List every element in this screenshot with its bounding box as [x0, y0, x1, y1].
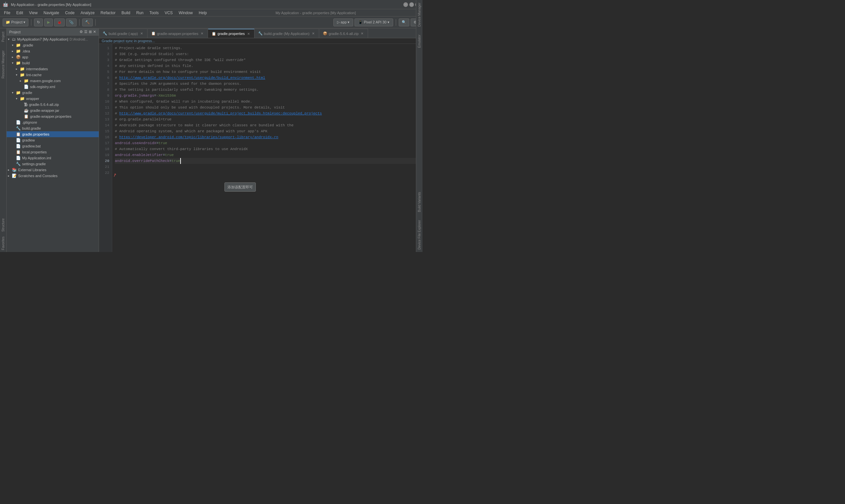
- menu-window[interactable]: Window: [176, 10, 195, 16]
- center-title: My Application - gradle.properties [My A…: [276, 11, 356, 15]
- tree-item-gradle-dir[interactable]: ▾ 📁 .gradle: [6, 42, 99, 48]
- tab-close-2[interactable]: ✕: [200, 31, 204, 36]
- toolbar-sep-4: [396, 19, 396, 26]
- maximize-button[interactable]: □: [409, 2, 414, 7]
- tree-gradle-jar-label: gradle-wrapper.jar: [30, 109, 59, 112]
- tree-item-gradlew-bat[interactable]: 📄 gradlew.bat: [6, 143, 99, 149]
- tree-idea-label: .idea: [22, 49, 30, 53]
- tab-close-3[interactable]: ✕: [246, 32, 251, 36]
- tab-label-3: gradle.properties: [217, 32, 245, 36]
- project-dropdown-btn[interactable]: 📁 Project ▾: [3, 18, 29, 26]
- minimize-button[interactable]: —: [403, 2, 408, 7]
- menu-navigate[interactable]: Navigate: [41, 10, 62, 16]
- line-num-8: 8: [99, 87, 109, 93]
- tree-item-root[interactable]: ▾ 🗂 MyApplication7 [My Application] D:\A…: [6, 36, 99, 42]
- tab-gradle-zip[interactable]: 📦 gradle-5.6.4-all.zip ✕: [319, 29, 368, 38]
- tree-intermediates-label: intermediates: [26, 67, 48, 71]
- run-config-label: app ▾: [341, 20, 350, 24]
- emulator-panel-label[interactable]: Emulator: [417, 33, 422, 49]
- menu-build[interactable]: Build: [119, 10, 133, 16]
- run-config-btn[interactable]: ▷ app ▾: [333, 18, 353, 26]
- structure-label[interactable]: Structure: [1, 216, 6, 234]
- menu-bar: File Edit View Navigate Code Analyze Ref…: [0, 9, 423, 17]
- tree-item-external-libs[interactable]: ▸ 📚 External Libraries: [6, 167, 99, 173]
- tree-build-gradle-label: build.gradle: [22, 126, 41, 130]
- code-line-16: # https://developer.android.com/topic/li…: [115, 134, 420, 140]
- code-line-9: org.gradle.jvmargs=-Xmx1536m: [115, 93, 420, 98]
- code-line-18: # Automatically convert third-party libr…: [115, 146, 420, 152]
- favorites-label[interactable]: Favorites: [1, 235, 6, 252]
- tab-gradle-wrapper-props[interactable]: 📋 gradle-wrapper.properties ✕: [147, 29, 208, 38]
- tab-gradle-props[interactable]: 📋 gradle.properties ✕: [208, 29, 254, 38]
- tree-item-iml[interactable]: 📄 My Application.iml: [6, 155, 99, 161]
- sync-btn[interactable]: ↻: [34, 18, 43, 26]
- tree-item-build-gradle[interactable]: 🔧 build.gradle: [6, 125, 99, 131]
- tree-gradle-props-label: gradle.properties: [22, 132, 50, 136]
- device-file-explorer-label[interactable]: Device File Explorer: [417, 219, 422, 251]
- tree-item-app[interactable]: ▸ 📦 app: [6, 54, 99, 60]
- title-bar-left: 🤖 My Application - gradle.properties [My…: [3, 2, 91, 7]
- tree-gradlew-label: gradlew: [22, 138, 35, 142]
- menu-file[interactable]: File: [1, 10, 13, 16]
- line-num-19: 19: [99, 152, 109, 158]
- tree-item-gradle-wrapper-props[interactable]: 📋 gradle-wrapper.properties: [6, 113, 99, 120]
- menu-vcs[interactable]: VCS: [162, 10, 176, 16]
- resource-manager-label[interactable]: Resource Manager: [1, 49, 6, 80]
- tab-build-gradle-myapp[interactable]: 🔧 build.gradle (My Application) ✕: [254, 29, 319, 38]
- code-content[interactable]: # Project-wide Gradle settings. # IDE (e…: [112, 44, 423, 252]
- tree-item-gradlew[interactable]: 📄 gradlew: [6, 137, 99, 143]
- close-panel-icon[interactable]: ✕: [93, 30, 96, 34]
- tree-item-maven[interactable]: ▸ 📁 maven.google.com: [6, 78, 99, 84]
- attach-btn[interactable]: 📎: [66, 18, 76, 26]
- build-btn[interactable]: 🔨: [82, 18, 93, 26]
- code-line-17: android.useAndroidX=true: [115, 140, 420, 146]
- menu-run[interactable]: Run: [134, 10, 146, 16]
- gear-icon[interactable]: ⚙: [80, 30, 83, 34]
- tree-item-wrapper[interactable]: ▾ 📁 wrapper: [6, 96, 99, 102]
- device-manager-panel-label[interactable]: Device Manager: [417, 1, 422, 28]
- tree-item-gradle-folder[interactable]: ▾ 📁 gradle: [6, 90, 99, 96]
- line-num-6: 6: [99, 75, 109, 81]
- left-icon-panel: Project Resource Manager Structure Favor…: [0, 29, 6, 252]
- menu-edit[interactable]: Edit: [14, 10, 26, 16]
- tree-item-gradle-zip[interactable]: 🗜 gradle-5.6.4-all.zip: [6, 102, 99, 108]
- collapse-icon[interactable]: ⊞: [89, 30, 92, 34]
- code-editor[interactable]: ✓ 1 2 3 4 5 6 7 8 9 10 11 12 13 14 15 16…: [99, 44, 423, 252]
- run-btn[interactable]: ▶: [44, 18, 53, 26]
- tree-item-lint-cache[interactable]: ▾ 📁 lint-cache: [6, 72, 99, 78]
- debug-btn[interactable]: 🐞: [54, 18, 65, 26]
- tree-item-scratches[interactable]: ▸ 📝 Scratches and Consoles: [6, 173, 99, 179]
- tree-item-idea[interactable]: ▸ 📁 .idea: [6, 48, 99, 54]
- title-bar-title: My Application - gradle.properties [My A…: [11, 3, 91, 6]
- tree-item-local-props[interactable]: 📋 local.properties: [6, 149, 99, 155]
- tree-item-gitignore[interactable]: 📄 .gitignore: [6, 120, 99, 125]
- project-label: Project ▾: [11, 20, 25, 24]
- tree-item-build[interactable]: ▾ 📁 build: [6, 60, 99, 66]
- code-line-3: # Gradle settings configured through the…: [115, 57, 420, 63]
- menu-tools[interactable]: Tools: [147, 10, 161, 16]
- menu-analyze[interactable]: Analyze: [78, 10, 98, 16]
- build-variants-panel-label[interactable]: Build Variants: [417, 191, 422, 213]
- tree-item-intermediates[interactable]: ▸ 📁 intermediates: [6, 66, 99, 72]
- tab-close-4[interactable]: ✕: [311, 31, 316, 36]
- project-panel-label[interactable]: Project: [1, 30, 6, 44]
- tree-item-gradle-props[interactable]: 📋 gradle.properties: [6, 131, 99, 137]
- code-line-20[interactable]: android.overridePathCheck=true: [115, 158, 420, 164]
- project-panel: Project ⚙ ☰ ⊞ ✕ ▾ 🗂 MyApplication7 [My A…: [6, 29, 99, 252]
- tab-close-1[interactable]: ✕: [139, 31, 144, 36]
- menu-view[interactable]: View: [27, 10, 40, 16]
- device-btn[interactable]: 📱 Pixel 2 API 30 ▾: [354, 18, 393, 26]
- menu-refactor[interactable]: Refactor: [98, 10, 118, 16]
- tree-item-settings-gradle[interactable]: 🔧 settings.gradle: [6, 161, 99, 167]
- tab-build-gradle-app[interactable]: 🔧 build.gradle (:app) ✕: [99, 29, 147, 38]
- menu-help[interactable]: Help: [196, 10, 210, 16]
- line-num-10: 10: [99, 98, 109, 105]
- menu-code[interactable]: Code: [63, 10, 77, 16]
- search-btn[interactable]: 🔍: [399, 18, 409, 26]
- toolbar-sep-2: [79, 19, 80, 26]
- code-line-10: # When configured, Gradle will run in in…: [115, 98, 420, 105]
- tree-item-sdk-registry[interactable]: 📄 sdk-registry.xml: [6, 84, 99, 90]
- filter-icon[interactable]: ☰: [84, 30, 87, 34]
- tab-close-5[interactable]: ✕: [360, 31, 365, 36]
- tree-item-gradle-jar[interactable]: ☕ gradle-wrapper.jar: [6, 108, 99, 113]
